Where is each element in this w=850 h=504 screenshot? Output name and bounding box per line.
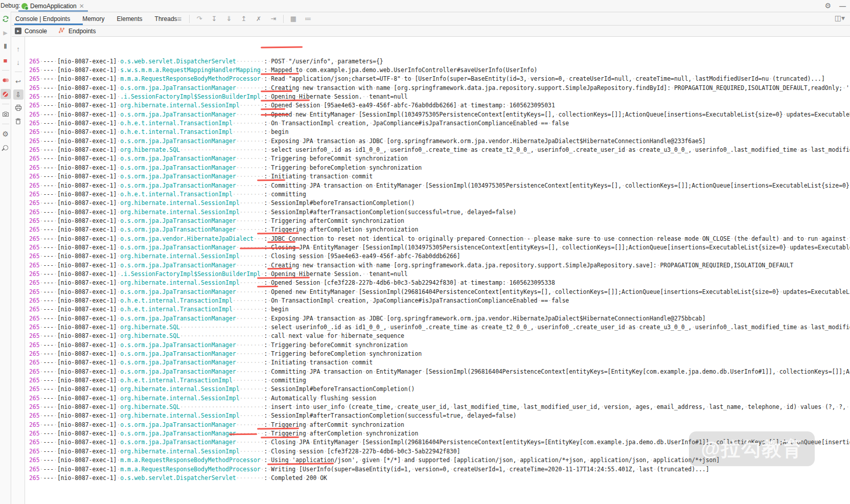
settings-gear-icon[interactable]: ⚙ [1, 129, 11, 139]
view-tab-console[interactable]: ▸ Console [15, 26, 47, 37]
log-line: 265·---·[nio-8087-exec-1]·o.h.e.t.intern… [29, 305, 850, 314]
run-to-cursor-icon[interactable]: ⇥ [268, 14, 279, 24]
log-line: 265·---·[nio-8087-exec-1]·m.m.a.RequestR… [29, 465, 850, 474]
scroll-to-end-icon[interactable]: ⇩ [13, 89, 24, 100]
close-icon[interactable]: ✕ [79, 3, 84, 9]
log-line: 265·---·[nio-8087-exec-1]·o.s.orm.jpa.ve… [29, 235, 850, 243]
pause-icon[interactable]: Ⅱ [1, 41, 11, 52]
log-line: 265·---·[nio-8087-exec-1]·o.s.orm.jpa.Jp… [29, 350, 850, 358]
evaluate-expression-icon[interactable]: ▦ [288, 14, 298, 24]
up-stack-icon[interactable]: ↑ [13, 44, 24, 54]
pin-icon[interactable] [1, 143, 11, 153]
menu-icon[interactable]: ≡ [174, 14, 185, 24]
step-into-icon[interactable]: ↧ [209, 14, 219, 24]
log-line: 265·---·[nio-8087-exec-1]·o.s.orm.jpa.Jp… [29, 110, 850, 119]
log-line: 265·---·[nio-8087-exec-1]·o.s.orm.jpa.Jp… [29, 368, 850, 376]
annotation-mark [261, 99, 310, 101]
resume-icon[interactable]: ▶ [1, 28, 11, 38]
drop-frame-icon[interactable]: ✗ [254, 14, 264, 24]
separator [2, 70, 9, 71]
annotation-mark [229, 433, 257, 436]
watermark: @拉勾教育 [689, 431, 815, 466]
print-icon[interactable] [13, 103, 24, 113]
thread-dump-icon[interactable] [1, 109, 11, 119]
log-line: 265·---·[nio-8087-exec-1]·m.m.a.RequestR… [29, 75, 850, 83]
log-line: 265·---·[nio-8087-exec-1]·o.h.e.t.intern… [29, 190, 850, 199]
tab-threads[interactable]: Threads [155, 15, 177, 22]
log-line: 265·---·[nio-8087-exec-1]·o.h.e.t.intern… [29, 296, 850, 305]
force-step-into-icon[interactable]: ⇓ [224, 14, 234, 24]
log-line: 265·---·[nio-8087-exec-1]·o.s.orm.jpa.Jp… [29, 154, 850, 163]
log-line: 265·---·[nio-8087-exec-1]·s.w.s.m.m.a.Re… [29, 66, 850, 75]
log-line: 265·---·[nio-8087-exec-1]·o.s.web.servle… [29, 57, 850, 66]
log-line: 265·---·[nio-8087-exec-1]·o.s.orm.jpa.Jp… [29, 137, 850, 146]
log-line: 265·---·[nio-8087-exec-1]·o.s.orm.jpa.Jp… [29, 243, 850, 252]
step-out-icon[interactable]: ↥ [239, 14, 249, 24]
debugger-panel: Debug: DemoApplication ✕ ⚙ — Console | E… [0, 0, 850, 504]
log-line: 265·---·[nio-8087-exec-1]·org.hibernate.… [29, 146, 850, 154]
log-line: 265·---·[nio-8087-exec-1]·o.h.e.t.intern… [29, 128, 850, 136]
trace-settings-icon[interactable]: ≔ [303, 14, 313, 24]
log-line: 265·---·[nio-8087-exec-1]·org.hibernate.… [29, 323, 850, 332]
minimize-icon[interactable]: — [839, 2, 846, 10]
separator [283, 15, 284, 23]
log-line: 265·---·[nio-8087-exec-1]·org.hibernate.… [29, 101, 850, 110]
annotation-mark [257, 277, 310, 279]
step-over-icon[interactable]: ↷ [194, 14, 204, 24]
run-tab-title: DemoApplication [30, 3, 77, 10]
stepper-toolbar: ≡↷↧⇓↥✗⇥▦≔ [174, 12, 313, 25]
annotation-mark [261, 436, 299, 438]
log-line: 265·---·[nio-8087-exec-1]·o.h.e.t.intern… [29, 119, 850, 128]
console-terminal-icon: ▸ [15, 28, 21, 34]
annotation-mark [261, 108, 285, 110]
annotation-mark [257, 179, 285, 181]
log-line: 265·---·[nio-8087-exec-1]·o.s.orm.jpa.Jp… [29, 217, 850, 225]
annotation-mark [261, 73, 299, 75]
log-line: 265·---·[nio-8087-exec-1]·o.s.orm.jpa.Jp… [29, 172, 850, 181]
annotation-mark [257, 232, 299, 234]
tab-console-endpoints[interactable]: Console | Endpoints [15, 15, 70, 22]
separator [189, 15, 190, 23]
stop-icon[interactable]: ■ [1, 55, 11, 65]
settings-gear-icon[interactable]: ⚙ [824, 2, 831, 10]
log-line: 265·---·[nio-8087-exec-1]·org.hibernate.… [29, 385, 850, 394]
view-tab-label: Endpoints [68, 28, 96, 35]
log-line: 265·---·[nio-8087-exec-1]·o.s.orm.jpa.Jp… [29, 288, 850, 296]
log-line: 265·---·[nio-8087-exec-1]·o.h.e.t.intern… [29, 376, 850, 385]
log-lines: 265·---·[nio-8087-exec-1]·o.s.web.servle… [29, 57, 850, 483]
log-line: 265·---·[nio-8087-exec-1]·org.hibernate.… [29, 411, 850, 420]
view-tab-endpoints[interactable]: Endpoints [58, 26, 96, 37]
view-tabs: ▸ Console Endpoints [12, 26, 850, 37]
log-line: 265·---·[nio-8087-exec-1]·org.hibernate.… [29, 208, 850, 217]
log-line: 265·---·[nio-8087-exec-1]·org.hibernate.… [29, 332, 850, 340]
log-line: 265·---·[nio-8087-exec-1]·org.hibernate.… [29, 394, 850, 403]
tab-memory[interactable]: Memory [82, 15, 104, 22]
separator [15, 72, 22, 72]
tab-elements[interactable]: Elements [117, 15, 143, 22]
log-line: 265·---·[nio-8087-exec-1]·o.s.web.servle… [29, 474, 850, 483]
rerun-icon[interactable] [1, 14, 11, 24]
separator [2, 124, 9, 124]
soft-wrap-icon[interactable]: ↩ [13, 76, 24, 86]
log-line: 265·---·[nio-8087-exec-1]·o.s.orm.jpa.Jp… [29, 314, 850, 323]
spring-boot-icon [21, 3, 28, 9]
log-line: 265·---·[nio-8087-exec-1]·.i.SessionFact… [29, 93, 850, 101]
log-line: 265·---·[nio-8087-exec-1]·o.s.orm.jpa.Jp… [29, 421, 850, 429]
log-line: 265·---·[nio-8087-exec-1]·o.s.orm.jpa.Jp… [29, 341, 850, 350]
log-line: 265·---·[nio-8087-exec-1]·org.hibernate.… [29, 252, 850, 261]
log-line: 265·---·[nio-8087-exec-1]·org.hibernate.… [29, 403, 850, 411]
mute-breakpoints-icon[interactable] [1, 89, 11, 99]
debug-titlebar: Debug: DemoApplication ✕ ⚙ — [0, 0, 850, 12]
view-breakpoints-icon[interactable] [1, 75, 11, 85]
annotation-mark [240, 247, 300, 249]
annotation-mark [261, 46, 303, 48]
down-stack-icon[interactable]: ↓ [13, 57, 24, 67]
clear-all-icon[interactable] [13, 116, 24, 126]
log-line: 265·---·[nio-8087-exec-1]·.i.SessionFact… [29, 270, 850, 279]
restore-layout-icon[interactable]: ◫▾ [835, 14, 845, 22]
log-line: 265·---·[nio-8087-exec-1]·o.s.orm.jpa.Jp… [29, 261, 850, 270]
annotation-mark [257, 286, 278, 287]
log-line: 265·---·[nio-8087-exec-1]·o.s.orm.jpa.Jp… [29, 225, 850, 234]
annotation-mark [257, 427, 299, 429]
debug-actions-column: ▶Ⅱ■⚙ [0, 12, 11, 504]
